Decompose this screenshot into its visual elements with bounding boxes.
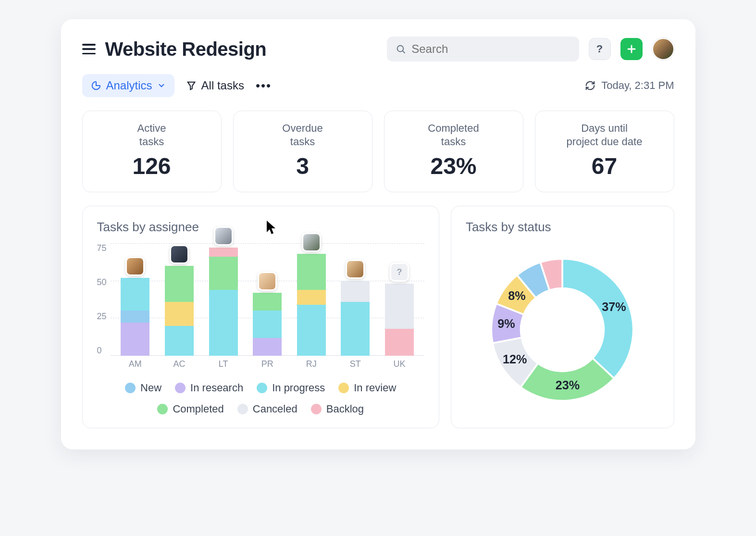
avatar-unknown-icon: ? — [390, 262, 409, 282]
y-tick: 0 — [97, 346, 107, 356]
filter-label: All tasks — [201, 79, 244, 92]
x-label: LT — [209, 359, 238, 369]
filter-chip[interactable]: All tasks — [186, 79, 244, 92]
legend-label: Backlog — [326, 403, 364, 415]
filter-icon — [186, 80, 197, 91]
bar-column[interactable]: ?UK — [384, 284, 414, 356]
stat-card[interactable]: Overdue tasks 3 — [233, 111, 372, 192]
stat-card[interactable]: Days until project due date 67 — [535, 111, 674, 192]
bar-segment-in_progress — [341, 302, 370, 356]
bar-column[interactable]: PR — [252, 293, 282, 356]
search-input-wrap[interactable] — [387, 37, 579, 62]
donut-label: 8% — [508, 289, 525, 302]
refresh-icon — [585, 80, 595, 91]
bar-segment-canceled — [385, 284, 414, 329]
stat-value: 3 — [239, 153, 366, 179]
donut-label: 12% — [503, 352, 527, 366]
panel-title: Tasks by assignee — [97, 220, 424, 235]
timestamp: Today, 2:31 PM — [601, 79, 674, 92]
svg-line-1 — [402, 51, 404, 53]
toolbar: Analytics All tasks ••• Today, 2:31 PM — [82, 74, 674, 97]
search-icon — [396, 43, 406, 55]
panel-tasks-by-assignee: Tasks by assignee 0255075 AMACLTPRRJST?U… — [82, 206, 439, 428]
bar-column[interactable]: AM — [120, 278, 150, 356]
pie-icon — [91, 80, 101, 91]
stat-card[interactable]: Active tasks 126 — [82, 111, 222, 192]
legend-swatch — [338, 383, 349, 393]
stat-label: Active tasks — [88, 122, 215, 148]
bar-segment-in_review — [297, 290, 326, 305]
stat-value: 126 — [88, 153, 215, 179]
assignee-avatar — [170, 245, 189, 264]
bar-segment-completed — [297, 254, 326, 290]
donut-chart: 37%23%12%9%8% — [476, 243, 649, 416]
x-label: RJ — [297, 359, 326, 369]
y-tick: 50 — [97, 277, 107, 287]
stat-value: 23% — [390, 153, 517, 179]
x-label: UK — [385, 359, 414, 369]
legend-item[interactable]: In review — [338, 382, 396, 394]
view-analytics-chip[interactable]: Analytics — [82, 74, 174, 97]
bar-segment-in_progress — [121, 278, 149, 311]
stat-card[interactable]: Completed tasks 23% — [384, 111, 523, 192]
legend-item[interactable]: Backlog — [311, 403, 364, 415]
donut-label: 9% — [498, 317, 515, 330]
legend-swatch — [257, 383, 267, 393]
user-avatar[interactable] — [652, 38, 674, 60]
legend-label: New — [140, 382, 161, 394]
bar-segment-canceled — [341, 281, 370, 302]
assignee-avatar — [346, 260, 365, 279]
help-button[interactable]: ? — [589, 38, 611, 60]
y-tick: 25 — [97, 312, 107, 322]
stat-label: Completed tasks — [390, 122, 517, 148]
legend-label: In progress — [272, 382, 325, 394]
bar-column[interactable]: RJ — [297, 254, 326, 356]
bar-segment-completed — [165, 266, 194, 302]
bar-segment-backlog — [385, 329, 414, 356]
add-button[interactable] — [620, 38, 643, 60]
menu-icon[interactable] — [82, 44, 96, 54]
plus-icon — [626, 43, 637, 55]
legend-swatch — [125, 383, 136, 393]
legend: New In research In progress In review Co… — [97, 382, 424, 415]
assignee-avatar — [125, 257, 145, 276]
legend-item[interactable]: Completed — [157, 403, 223, 415]
search-input[interactable] — [411, 42, 570, 56]
dashboard-card: Website Redesign ? Analytics All tasks •… — [61, 19, 695, 449]
stat-label: Days until project due date — [541, 122, 668, 148]
assignee-avatar — [258, 272, 277, 291]
stat-value: 67 — [541, 153, 668, 179]
x-label: ST — [341, 359, 370, 369]
assignee-avatar — [214, 226, 233, 246]
bar-segment-new — [121, 311, 149, 323]
legend-item[interactable]: In research — [175, 382, 243, 394]
bar-column[interactable]: LT — [209, 248, 238, 356]
legend-label: In review — [354, 382, 396, 394]
legend-item[interactable]: Canceled — [237, 403, 297, 415]
stat-cards: Active tasks 126Overdue tasks 3Completed… — [82, 111, 674, 192]
more-button[interactable]: ••• — [256, 78, 272, 93]
x-label: AC — [165, 359, 194, 369]
bar-segment-in_research — [121, 323, 149, 356]
stat-label: Overdue tasks — [239, 122, 366, 148]
bar-segment-completed — [253, 293, 282, 311]
legend-label: Canceled — [253, 403, 297, 415]
bar-column[interactable]: AC — [164, 266, 194, 356]
donut-label: 37% — [602, 300, 626, 313]
bar-segment-in_progress — [253, 311, 282, 337]
donut-label: 23% — [556, 378, 580, 392]
bar-segment-completed — [209, 257, 238, 290]
donut-slice-in_progress[interactable] — [562, 259, 633, 378]
bar-column[interactable]: ST — [340, 281, 370, 356]
page-title: Website Redesign — [105, 38, 267, 60]
x-label: AM — [121, 359, 149, 369]
bar-segment-in_review — [165, 302, 194, 326]
last-updated[interactable]: Today, 2:31 PM — [585, 79, 674, 92]
bar-segment-in_progress — [209, 290, 238, 356]
chevron-down-icon — [157, 81, 166, 90]
legend-item[interactable]: New — [125, 382, 161, 394]
x-label: PR — [253, 359, 282, 369]
legend-label: Completed — [173, 403, 223, 415]
legend-item[interactable]: In progress — [257, 382, 325, 394]
bar-chart: 0255075 AMACLTPRRJST?UK — [97, 243, 424, 368]
